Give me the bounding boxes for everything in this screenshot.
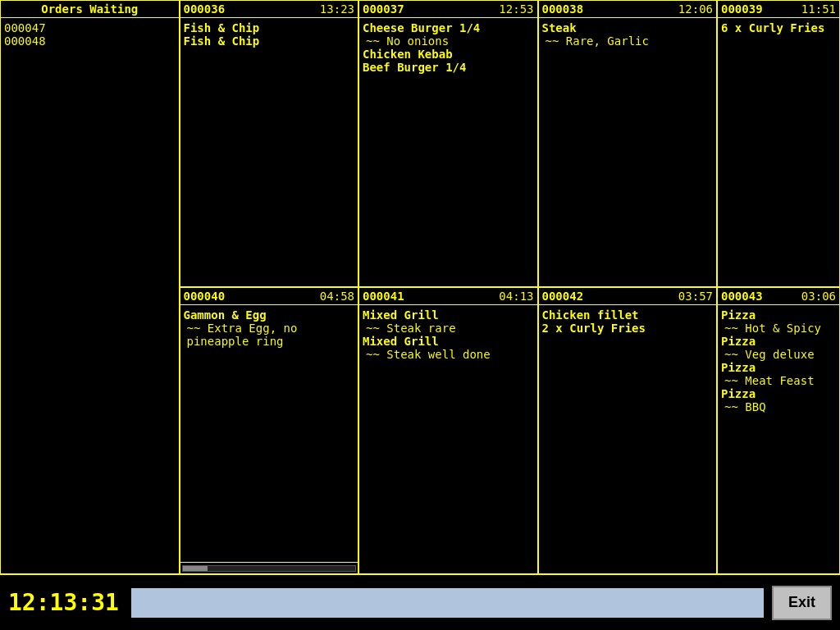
order-number: 000040 bbox=[184, 290, 226, 303]
bottom-bar: 12:13:31 Exit bbox=[0, 574, 840, 630]
item-name: Beef Burger 1/4 bbox=[363, 61, 534, 74]
order-items-000041: Mixed Grill ~~ Steak rare Mixed Grill ~~… bbox=[359, 305, 537, 573]
item-name: Fish & Chip bbox=[184, 21, 355, 34]
order-header-000039: 000039 11:51 bbox=[718, 1, 839, 18]
item-mod: ~~ Extra Egg, no pineapple ring bbox=[184, 322, 355, 348]
scrollbar-track bbox=[182, 565, 357, 572]
order-items-000042: Chicken fillet 2 x Curly Fries bbox=[539, 305, 717, 573]
order-header-000036: 000036 13:23 bbox=[180, 1, 358, 18]
order-cell-000038[interactable]: 000038 12:06 Steak ~~ Rare, Garlic bbox=[538, 0, 718, 287]
order-number: 000042 bbox=[542, 290, 584, 303]
item-name: Pizza bbox=[721, 361, 836, 374]
item-name: Chicken Kebab bbox=[363, 48, 534, 61]
order-items-000039: 6 x Curly Fries bbox=[718, 18, 839, 286]
order-cell-000040[interactable]: 000040 04:58 Gammon & Egg ~~ Extra Egg, … bbox=[180, 287, 359, 574]
order-header-000041: 000041 04:13 bbox=[359, 288, 537, 305]
orders-waiting-header: Orders Waiting bbox=[1, 1, 179, 18]
order-number: 000038 bbox=[542, 2, 584, 16]
order-number: 000036 bbox=[184, 2, 226, 16]
order-time: 04:13 bbox=[499, 290, 533, 303]
order-number: 000043 bbox=[721, 290, 763, 303]
order-header-000040: 000040 04:58 bbox=[180, 288, 358, 305]
order-items-000043: Pizza ~~ Hot & Spicy Pizza ~~ Veg deluxe… bbox=[718, 305, 839, 573]
scrollbar-thumb[interactable] bbox=[183, 566, 208, 571]
item-name: Pizza bbox=[721, 387, 836, 400]
order-time: 04:58 bbox=[320, 290, 354, 303]
orders-grid: 000036 13:23 Fish & Chip Fish & Chip 000… bbox=[0, 0, 840, 574]
clock-display: 12:13:31 bbox=[8, 589, 123, 616]
order-header-000038: 000038 12:06 bbox=[539, 1, 717, 18]
order-cell-000036[interactable]: 000036 13:23 Fish & Chip Fish & Chip bbox=[180, 0, 359, 287]
item-name: Cheese Burger 1/4 bbox=[363, 21, 534, 34]
order-items-000037: Cheese Burger 1/4 ~~ No onions Chicken K… bbox=[359, 18, 537, 286]
item-mod: ~~ Hot & Spicy bbox=[721, 322, 836, 335]
order-number: 000041 bbox=[363, 290, 404, 303]
order-time: 13:23 bbox=[320, 2, 354, 16]
orders-waiting-list: 000047 000048 bbox=[1, 18, 179, 51]
item-name: Chicken fillet bbox=[542, 308, 714, 322]
item-name: Steak bbox=[542, 21, 714, 34]
item-mod: ~~ Meat Feast bbox=[721, 374, 836, 387]
order-number: 000039 bbox=[721, 2, 763, 16]
exit-button[interactable]: Exit bbox=[772, 586, 832, 620]
item-name: Pizza bbox=[721, 335, 836, 348]
order-time: 03:57 bbox=[678, 290, 713, 303]
order-cell-000037[interactable]: 000037 12:53 Cheese Burger 1/4 ~~ No oni… bbox=[358, 0, 538, 287]
order-header-000037: 000037 12:53 bbox=[359, 1, 537, 18]
order-items-000038: Steak ~~ Rare, Garlic bbox=[539, 18, 717, 286]
order-cell-000042[interactable]: 000042 03:57 Chicken fillet 2 x Curly Fr… bbox=[538, 287, 718, 574]
item-mod: ~~ BBQ bbox=[721, 400, 836, 413]
message-input[interactable] bbox=[131, 588, 764, 618]
item-name: 2 x Curly Fries bbox=[542, 322, 714, 335]
item-name: Mixed Grill bbox=[363, 308, 534, 322]
order-time: 11:51 bbox=[801, 2, 836, 16]
order-time: 03:06 bbox=[801, 290, 836, 303]
order-cell-000041[interactable]: 000041 04:13 Mixed Grill ~~ Steak rare M… bbox=[358, 287, 538, 574]
order-items-000036: Fish & Chip Fish & Chip bbox=[180, 18, 358, 286]
waiting-order[interactable]: 000047 bbox=[4, 21, 176, 34]
item-mod: ~~ Rare, Garlic bbox=[542, 34, 714, 48]
item-name: 6 x Curly Fries bbox=[721, 21, 836, 34]
order-number: 000037 bbox=[363, 2, 404, 16]
item-name: Fish & Chip bbox=[184, 34, 355, 48]
item-mod: ~~ Veg deluxe bbox=[721, 348, 836, 361]
waiting-order[interactable]: 000048 bbox=[4, 34, 176, 48]
scrollbar-row bbox=[180, 562, 358, 573]
item-name: Mixed Grill bbox=[363, 335, 534, 348]
order-items-000040: Gammon & Egg ~~ Extra Egg, no pineapple … bbox=[180, 305, 358, 562]
order-header-000042: 000042 03:57 bbox=[539, 288, 717, 305]
order-header-000043: 000043 03:06 bbox=[718, 288, 839, 305]
orders-waiting-panel: Orders Waiting 000047 000048 bbox=[0, 0, 180, 574]
order-cell-000039[interactable]: 000039 11:51 6 x Curly Fries bbox=[717, 0, 840, 287]
item-name: Gammon & Egg bbox=[184, 308, 355, 322]
order-time: 12:53 bbox=[499, 2, 533, 16]
item-name: Pizza bbox=[721, 308, 836, 322]
item-mod: ~~ Steak rare bbox=[363, 322, 534, 335]
order-cell-000043[interactable]: 000043 03:06 Pizza ~~ Hot & Spicy Pizza … bbox=[717, 287, 840, 574]
item-mod: ~~ No onions bbox=[363, 34, 534, 48]
order-time: 12:06 bbox=[678, 2, 713, 16]
item-mod: ~~ Steak well done bbox=[363, 348, 534, 361]
